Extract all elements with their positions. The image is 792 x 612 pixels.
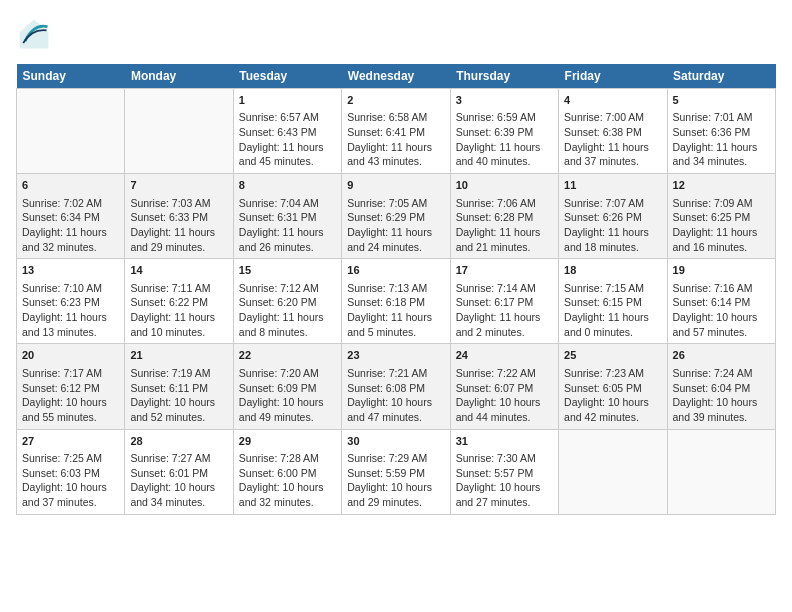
calendar-cell	[125, 89, 233, 174]
calendar-cell: 9Sunrise: 7:05 AM Sunset: 6:29 PM Daylig…	[342, 174, 450, 259]
day-number: 22	[239, 348, 336, 363]
calendar-week-row: 1Sunrise: 6:57 AM Sunset: 6:43 PM Daylig…	[17, 89, 776, 174]
day-info: Sunrise: 7:09 AM Sunset: 6:25 PM Dayligh…	[673, 196, 770, 255]
day-number: 6	[22, 178, 119, 193]
day-info: Sunrise: 7:11 AM Sunset: 6:22 PM Dayligh…	[130, 281, 227, 340]
day-number: 15	[239, 263, 336, 278]
calendar-cell: 22Sunrise: 7:20 AM Sunset: 6:09 PM Dayli…	[233, 344, 341, 429]
calendar-cell: 28Sunrise: 7:27 AM Sunset: 6:01 PM Dayli…	[125, 429, 233, 514]
day-number: 29	[239, 434, 336, 449]
calendar-cell: 30Sunrise: 7:29 AM Sunset: 5:59 PM Dayli…	[342, 429, 450, 514]
logo	[16, 16, 56, 52]
calendar-cell: 6Sunrise: 7:02 AM Sunset: 6:34 PM Daylig…	[17, 174, 125, 259]
calendar-cell: 3Sunrise: 6:59 AM Sunset: 6:39 PM Daylig…	[450, 89, 558, 174]
calendar-cell: 8Sunrise: 7:04 AM Sunset: 6:31 PM Daylig…	[233, 174, 341, 259]
calendar-cell: 14Sunrise: 7:11 AM Sunset: 6:22 PM Dayli…	[125, 259, 233, 344]
calendar-cell: 18Sunrise: 7:15 AM Sunset: 6:15 PM Dayli…	[559, 259, 667, 344]
day-info: Sunrise: 7:23 AM Sunset: 6:05 PM Dayligh…	[564, 366, 661, 425]
day-info: Sunrise: 7:04 AM Sunset: 6:31 PM Dayligh…	[239, 196, 336, 255]
day-number: 9	[347, 178, 444, 193]
calendar-cell: 21Sunrise: 7:19 AM Sunset: 6:11 PM Dayli…	[125, 344, 233, 429]
day-info: Sunrise: 7:16 AM Sunset: 6:14 PM Dayligh…	[673, 281, 770, 340]
day-info: Sunrise: 7:02 AM Sunset: 6:34 PM Dayligh…	[22, 196, 119, 255]
day-number: 19	[673, 263, 770, 278]
calendar-cell: 5Sunrise: 7:01 AM Sunset: 6:36 PM Daylig…	[667, 89, 775, 174]
weekday-header-thursday: Thursday	[450, 64, 558, 89]
day-number: 13	[22, 263, 119, 278]
day-number: 1	[239, 93, 336, 108]
day-info: Sunrise: 7:14 AM Sunset: 6:17 PM Dayligh…	[456, 281, 553, 340]
weekday-header-row: SundayMondayTuesdayWednesdayThursdayFrid…	[17, 64, 776, 89]
page-header	[16, 16, 776, 52]
calendar-cell: 10Sunrise: 7:06 AM Sunset: 6:28 PM Dayli…	[450, 174, 558, 259]
day-info: Sunrise: 6:59 AM Sunset: 6:39 PM Dayligh…	[456, 110, 553, 169]
day-number: 18	[564, 263, 661, 278]
day-number: 7	[130, 178, 227, 193]
day-number: 27	[22, 434, 119, 449]
day-info: Sunrise: 7:27 AM Sunset: 6:01 PM Dayligh…	[130, 451, 227, 510]
calendar-cell: 27Sunrise: 7:25 AM Sunset: 6:03 PM Dayli…	[17, 429, 125, 514]
day-number: 21	[130, 348, 227, 363]
day-number: 23	[347, 348, 444, 363]
calendar-cell: 23Sunrise: 7:21 AM Sunset: 6:08 PM Dayli…	[342, 344, 450, 429]
day-info: Sunrise: 7:00 AM Sunset: 6:38 PM Dayligh…	[564, 110, 661, 169]
day-info: Sunrise: 7:12 AM Sunset: 6:20 PM Dayligh…	[239, 281, 336, 340]
day-number: 11	[564, 178, 661, 193]
calendar-cell: 31Sunrise: 7:30 AM Sunset: 5:57 PM Dayli…	[450, 429, 558, 514]
day-info: Sunrise: 7:05 AM Sunset: 6:29 PM Dayligh…	[347, 196, 444, 255]
day-number: 25	[564, 348, 661, 363]
calendar-week-row: 6Sunrise: 7:02 AM Sunset: 6:34 PM Daylig…	[17, 174, 776, 259]
day-info: Sunrise: 7:06 AM Sunset: 6:28 PM Dayligh…	[456, 196, 553, 255]
calendar-cell: 7Sunrise: 7:03 AM Sunset: 6:33 PM Daylig…	[125, 174, 233, 259]
day-number: 17	[456, 263, 553, 278]
day-number: 16	[347, 263, 444, 278]
day-info: Sunrise: 6:58 AM Sunset: 6:41 PM Dayligh…	[347, 110, 444, 169]
day-info: Sunrise: 7:15 AM Sunset: 6:15 PM Dayligh…	[564, 281, 661, 340]
calendar-cell: 16Sunrise: 7:13 AM Sunset: 6:18 PM Dayli…	[342, 259, 450, 344]
day-number: 31	[456, 434, 553, 449]
weekday-header-monday: Monday	[125, 64, 233, 89]
weekday-header-saturday: Saturday	[667, 64, 775, 89]
calendar-cell: 15Sunrise: 7:12 AM Sunset: 6:20 PM Dayli…	[233, 259, 341, 344]
day-info: Sunrise: 7:01 AM Sunset: 6:36 PM Dayligh…	[673, 110, 770, 169]
day-number: 26	[673, 348, 770, 363]
day-info: Sunrise: 7:17 AM Sunset: 6:12 PM Dayligh…	[22, 366, 119, 425]
day-info: Sunrise: 7:30 AM Sunset: 5:57 PM Dayligh…	[456, 451, 553, 510]
day-number: 30	[347, 434, 444, 449]
day-info: Sunrise: 7:22 AM Sunset: 6:07 PM Dayligh…	[456, 366, 553, 425]
day-info: Sunrise: 6:57 AM Sunset: 6:43 PM Dayligh…	[239, 110, 336, 169]
calendar-cell: 24Sunrise: 7:22 AM Sunset: 6:07 PM Dayli…	[450, 344, 558, 429]
day-number: 8	[239, 178, 336, 193]
calendar-cell: 2Sunrise: 6:58 AM Sunset: 6:41 PM Daylig…	[342, 89, 450, 174]
day-info: Sunrise: 7:24 AM Sunset: 6:04 PM Dayligh…	[673, 366, 770, 425]
weekday-header-wednesday: Wednesday	[342, 64, 450, 89]
day-number: 2	[347, 93, 444, 108]
day-number: 12	[673, 178, 770, 193]
calendar-cell: 20Sunrise: 7:17 AM Sunset: 6:12 PM Dayli…	[17, 344, 125, 429]
day-info: Sunrise: 7:29 AM Sunset: 5:59 PM Dayligh…	[347, 451, 444, 510]
calendar-week-row: 20Sunrise: 7:17 AM Sunset: 6:12 PM Dayli…	[17, 344, 776, 429]
day-info: Sunrise: 7:03 AM Sunset: 6:33 PM Dayligh…	[130, 196, 227, 255]
day-info: Sunrise: 7:07 AM Sunset: 6:26 PM Dayligh…	[564, 196, 661, 255]
calendar-week-row: 13Sunrise: 7:10 AM Sunset: 6:23 PM Dayli…	[17, 259, 776, 344]
day-info: Sunrise: 7:13 AM Sunset: 6:18 PM Dayligh…	[347, 281, 444, 340]
day-info: Sunrise: 7:19 AM Sunset: 6:11 PM Dayligh…	[130, 366, 227, 425]
calendar-cell	[559, 429, 667, 514]
calendar-cell: 13Sunrise: 7:10 AM Sunset: 6:23 PM Dayli…	[17, 259, 125, 344]
calendar-cell: 11Sunrise: 7:07 AM Sunset: 6:26 PM Dayli…	[559, 174, 667, 259]
day-number: 4	[564, 93, 661, 108]
calendar-cell: 25Sunrise: 7:23 AM Sunset: 6:05 PM Dayli…	[559, 344, 667, 429]
calendar-cell: 19Sunrise: 7:16 AM Sunset: 6:14 PM Dayli…	[667, 259, 775, 344]
day-info: Sunrise: 7:10 AM Sunset: 6:23 PM Dayligh…	[22, 281, 119, 340]
weekday-header-friday: Friday	[559, 64, 667, 89]
calendar-cell: 4Sunrise: 7:00 AM Sunset: 6:38 PM Daylig…	[559, 89, 667, 174]
day-number: 28	[130, 434, 227, 449]
day-number: 10	[456, 178, 553, 193]
calendar-week-row: 27Sunrise: 7:25 AM Sunset: 6:03 PM Dayli…	[17, 429, 776, 514]
calendar-table: SundayMondayTuesdayWednesdayThursdayFrid…	[16, 64, 776, 515]
calendar-cell	[667, 429, 775, 514]
calendar-cell: 17Sunrise: 7:14 AM Sunset: 6:17 PM Dayli…	[450, 259, 558, 344]
day-info: Sunrise: 7:25 AM Sunset: 6:03 PM Dayligh…	[22, 451, 119, 510]
calendar-cell: 29Sunrise: 7:28 AM Sunset: 6:00 PM Dayli…	[233, 429, 341, 514]
day-number: 20	[22, 348, 119, 363]
